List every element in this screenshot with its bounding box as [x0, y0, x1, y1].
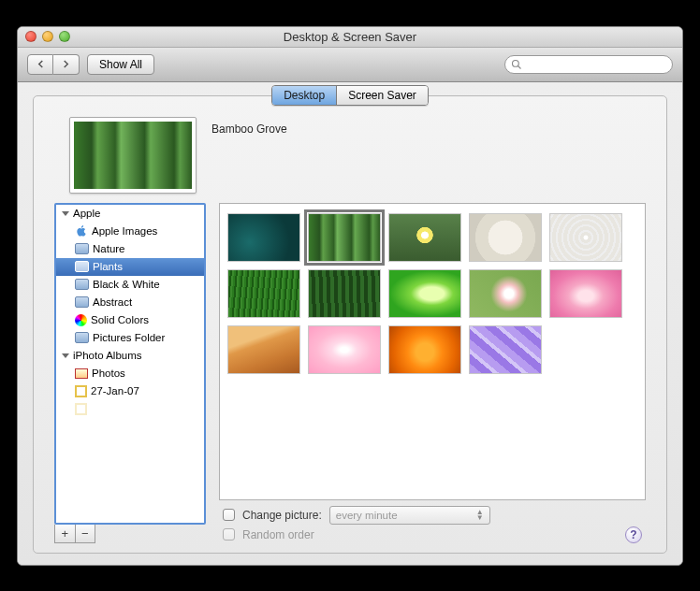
album-icon — [75, 403, 87, 415]
search-icon — [511, 59, 522, 70]
current-wallpaper-name: Bamboo Grove — [211, 123, 287, 136]
search-field[interactable] — [504, 55, 673, 74]
wallpaper-thumb[interactable] — [227, 213, 300, 262]
change-picture-label: Change picture: — [242, 509, 322, 522]
nav-segment — [27, 54, 80, 75]
wallpaper-thumb[interactable] — [388, 269, 461, 318]
svg-line-1 — [518, 65, 521, 68]
folder-icon — [75, 296, 89, 308]
titlebar[interactable]: Desktop & Screen Saver — [18, 27, 682, 48]
sidebar-item-abstract[interactable]: Abstract — [56, 294, 204, 311]
wallpaper-thumb[interactable] — [388, 213, 461, 262]
toolbar: Show All — [18, 48, 682, 82]
sidebar-item-black-white[interactable]: Black & White — [56, 276, 204, 294]
content-area: Desktop Screen Saver Bamboo Grove Apple … — [18, 82, 682, 565]
current-wallpaper-preview — [69, 117, 197, 194]
sidebar-item-album-1[interactable]: 27-Jan-07 — [56, 382, 204, 400]
sidebar-item-pictures-folder[interactable]: Pictures Folder — [56, 329, 204, 347]
wallpaper-thumb[interactable] — [388, 325, 461, 374]
sidebar-item-overflow[interactable] — [56, 400, 204, 418]
folder-icon — [75, 279, 89, 290]
thumbnail-grid[interactable] — [219, 203, 646, 500]
disclosure-triangle-icon[interactable] — [62, 211, 69, 216]
wallpaper-thumb[interactable] — [549, 213, 622, 262]
wallpaper-thumb-selected[interactable] — [308, 213, 381, 262]
disclosure-triangle-icon[interactable] — [62, 353, 69, 358]
color-wheel-icon — [75, 314, 87, 326]
sidebar-item-nature[interactable]: Nature — [56, 240, 204, 258]
remove-folder-button[interactable]: − — [75, 525, 95, 542]
album-icon — [75, 385, 87, 397]
tab-bar: Desktop Screen Saver — [47, 85, 653, 106]
sidebar-item-apple-images[interactable]: Apple Images — [56, 223, 204, 240]
panel: Desktop Screen Saver Bamboo Grove Apple … — [33, 95, 667, 554]
apple-icon — [75, 224, 88, 238]
folder-icon — [75, 261, 89, 272]
sidebar-item-photos[interactable]: Photos — [56, 365, 204, 382]
folder-icon — [75, 243, 89, 254]
window-title: Desktop & Screen Saver — [18, 30, 682, 44]
group-iphoto[interactable]: iPhoto Albums — [56, 347, 204, 365]
show-all-label: Show All — [99, 58, 142, 71]
photo-icon — [75, 368, 88, 379]
wallpaper-thumb[interactable] — [227, 325, 300, 374]
random-order-label: Random order — [242, 528, 314, 541]
wallpaper-thumb[interactable] — [308, 269, 381, 318]
add-remove-bar: + − — [54, 525, 95, 543]
change-picture-row: Change picture: every minute ▲▼ — [219, 500, 646, 525]
change-interval-select[interactable]: every minute ▲▼ — [329, 506, 490, 525]
show-all-button[interactable]: Show All — [87, 54, 154, 75]
wallpaper-thumb[interactable] — [227, 269, 300, 318]
random-order-row: Random order ? — [219, 525, 646, 543]
prefs-window: Desktop & Screen Saver Show All Desktop … — [17, 26, 683, 566]
forward-button[interactable] — [53, 54, 80, 75]
wallpaper-thumb[interactable] — [469, 269, 542, 318]
wallpaper-thumb[interactable] — [549, 269, 622, 318]
tab-desktop[interactable]: Desktop — [272, 86, 336, 105]
group-apple[interactable]: Apple — [56, 205, 204, 223]
wallpaper-thumb[interactable] — [469, 325, 542, 374]
change-picture-checkbox[interactable] — [223, 509, 235, 521]
svg-point-0 — [513, 60, 519, 66]
source-list[interactable]: Apple Apple Images Nature Plants Black &… — [54, 203, 206, 525]
pictures-folder-icon — [75, 332, 89, 343]
tab-screensaver[interactable]: Screen Saver — [336, 86, 428, 105]
wallpaper-thumb[interactable] — [308, 325, 381, 374]
sidebar-item-plants[interactable]: Plants — [56, 258, 204, 276]
wallpaper-thumb[interactable] — [469, 213, 542, 262]
add-folder-button[interactable]: + — [55, 525, 75, 542]
stepper-arrows-icon: ▲▼ — [476, 510, 484, 521]
random-order-checkbox — [223, 528, 235, 541]
current-preview-row: Bamboo Grove — [47, 113, 653, 203]
sidebar-item-solid-colors[interactable]: Solid Colors — [56, 311, 204, 329]
change-interval-value: every minute — [336, 510, 398, 521]
back-button[interactable] — [27, 54, 53, 75]
help-button[interactable]: ? — [625, 526, 642, 543]
